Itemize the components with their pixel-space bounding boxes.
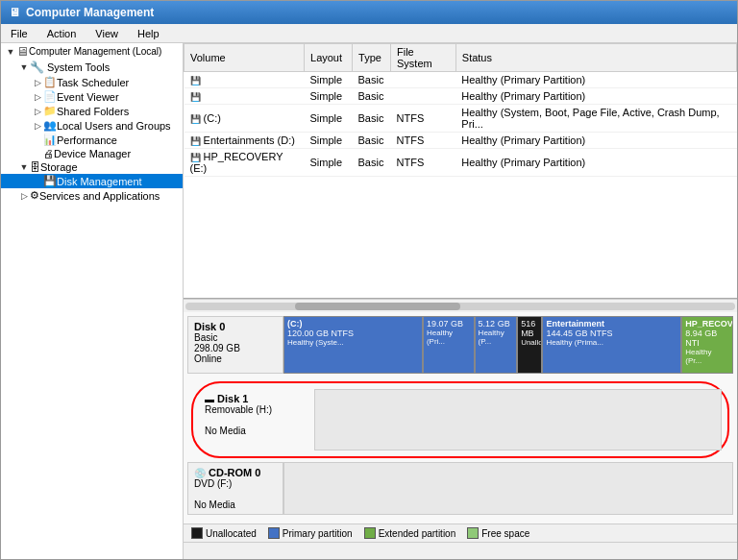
- legend-label-primary: Primary partition: [283, 528, 353, 539]
- expand-users: ▷: [32, 121, 43, 131]
- sidebar-item-event-viewer[interactable]: ▷ 📄 Event Viewer: [1, 89, 183, 104]
- sidebar-item-performance[interactable]: 📊 Performance: [1, 133, 183, 147]
- cell-status: Healthy (System, Boot, Page File, Active…: [455, 105, 736, 133]
- sidebar-root-label: Computer Management (Local): [29, 46, 161, 57]
- local-users-icon: 👥: [43, 119, 57, 132]
- cell-volume: 💾 HP_RECOVERY (E:): [184, 149, 305, 177]
- cell-layout: Simple: [305, 133, 353, 149]
- system-tools-icon: 🔧: [30, 61, 44, 74]
- cell-fs: NTFS: [391, 133, 456, 149]
- window-title: Computer Management: [26, 6, 154, 19]
- expand-task: ▷: [32, 78, 43, 87]
- col-filesystem[interactable]: File System: [391, 44, 456, 72]
- table-row[interactable]: 💾 Entertainments (D:) Simple Basic NTFS …: [184, 133, 737, 149]
- sidebar-label-storage: Storage: [40, 161, 78, 173]
- legend-primary: Primary partition: [268, 527, 353, 539]
- legend-bar: Unallocated Primary partition Extended p…: [184, 523, 737, 542]
- cdrom0-name: 💿 CD-ROM 0: [194, 467, 277, 478]
- disk-table-area[interactable]: Volume Layout Type File System: [184, 43, 737, 299]
- disk0-status: Online: [194, 353, 277, 364]
- menu-view[interactable]: View: [89, 27, 124, 40]
- disk-partition[interactable]: (C:) 120.00 GB NTFS Healthy (Syste...: [283, 316, 423, 374]
- menu-action[interactable]: Action: [41, 27, 83, 40]
- cell-status: Healthy (Primary Partition): [455, 149, 736, 177]
- cell-type: Basic: [353, 88, 391, 105]
- disk-partition[interactable]: 19.07 GB Healthy (Pri...: [423, 316, 475, 374]
- cell-type: Basic: [353, 105, 391, 133]
- cell-layout: Simple: [305, 149, 353, 177]
- sidebar-item-system-tools[interactable]: ▼ 🔧 System Tools: [1, 60, 183, 75]
- horizontal-scrollbar[interactable]: [184, 299, 737, 312]
- menu-bar: File Action View Help: [1, 24, 737, 43]
- sidebar-label-services: Services and Applications: [39, 190, 160, 202]
- disk1-status: No Media: [205, 426, 308, 436]
- expand-shared: ▷: [32, 107, 43, 116]
- cell-volume: 💾: [184, 72, 305, 88]
- menu-file[interactable]: File: [5, 27, 34, 40]
- cell-fs: [391, 72, 456, 88]
- legend-label-unallocated: Unallocated: [206, 528, 257, 539]
- expand-services: ▷: [18, 191, 30, 201]
- sidebar-item-device-manager[interactable]: 🖨 Device Manager: [1, 147, 183, 160]
- disk0-name: Disk 0: [194, 321, 277, 332]
- table-row[interactable]: 💾 (C:) Simple Basic NTFS Healthy (System…: [184, 105, 737, 133]
- col-volume[interactable]: Volume: [184, 44, 305, 72]
- expand-event: ▷: [32, 92, 43, 102]
- col-type[interactable]: Type: [353, 44, 391, 72]
- cell-status: Healthy (Primary Partition): [455, 72, 736, 88]
- sidebar-item-disk-management[interactable]: 💾 Disk Management: [1, 174, 183, 188]
- disk-partition[interactable]: Entertainment 144.45 GB NTFS Healthy (Pr…: [542, 316, 681, 374]
- col-status[interactable]: Status: [455, 44, 736, 72]
- main-content: ▼ 🖥 Computer Management (Local) ▼ 🔧 Syst…: [1, 43, 737, 559]
- sidebar-item-task-scheduler[interactable]: ▷ 📋 Task Scheduler: [1, 75, 183, 89]
- title-bar: 🖥 Computer Management: [1, 1, 737, 24]
- scrollbar-thumb[interactable]: [295, 303, 460, 310]
- event-viewer-icon: 📄: [43, 90, 57, 103]
- cell-type: Basic: [353, 133, 391, 149]
- sidebar-item-services[interactable]: ▷ ⚙ Services and Applications: [1, 188, 183, 203]
- sidebar-item-shared-folders[interactable]: ▷ 📁 Shared Folders: [1, 104, 183, 118]
- disk0-label: Disk 0 Basic 298.09 GB Online: [187, 316, 283, 374]
- disk-partition[interactable]: 5.12 GB Healthy (P...: [475, 316, 518, 374]
- sidebar-item-root[interactable]: ▼ 🖥 Computer Management (Local): [1, 43, 183, 60]
- cdrom0-type: DVD (F:): [194, 478, 277, 489]
- cell-layout: Simple: [305, 72, 353, 88]
- menu-help[interactable]: Help: [132, 27, 165, 40]
- cell-layout: Simple: [305, 105, 353, 133]
- table-row[interactable]: 💾 HP_RECOVERY (E:) Simple Basic NTFS Hea…: [184, 149, 737, 177]
- legend-box-extended: [364, 527, 376, 539]
- legend-extended: Extended partition: [364, 527, 456, 539]
- sidebar-label-shared-folders: Shared Folders: [57, 106, 129, 117]
- collapse-icon: ▼: [5, 47, 16, 57]
- cell-type: Basic: [353, 149, 391, 177]
- task-scheduler-icon: 📋: [43, 76, 57, 88]
- sidebar-item-storage[interactable]: ▼ 🗄 Storage: [1, 160, 183, 174]
- disk1-wrapper: ▬ Disk 1 Removable (H:) No Media: [187, 377, 733, 462]
- cdrom0-partitions: [283, 462, 733, 515]
- right-panel: Volume Layout Type File System: [184, 43, 737, 559]
- disk1-partitions: [314, 389, 722, 450]
- sidebar-label-device-manager: Device Manager: [54, 148, 131, 159]
- sidebar-label-event-viewer: Event Viewer: [57, 91, 119, 103]
- sidebar-label-disk-management: Disk Management: [57, 176, 142, 187]
- cell-fs: NTFS: [391, 105, 456, 133]
- storage-icon: 🗄: [30, 161, 40, 173]
- performance-icon: 📊: [43, 134, 57, 146]
- disk-partition[interactable]: 516 MB Unallo...: [517, 316, 542, 374]
- cell-layout: Simple: [305, 88, 353, 105]
- disk-management-icon: 💾: [43, 175, 57, 187]
- sidebar: ▼ 🖥 Computer Management (Local) ▼ 🔧 Syst…: [1, 43, 184, 559]
- table-row[interactable]: 💾 Simple Basic Healthy (Primary Partitio…: [184, 88, 737, 105]
- sidebar-item-local-users[interactable]: ▷ 👥 Local Users and Groups: [1, 118, 183, 133]
- legend-label-free: Free space: [481, 528, 529, 539]
- cdrom0-status: No Media: [194, 499, 277, 510]
- disk1-name: ▬ Disk 1: [205, 393, 308, 404]
- disk-partition[interactable]: HP_RECOV 8.94 GB NTI Healthy (Pr...: [681, 316, 733, 374]
- col-layout[interactable]: Layout: [305, 44, 353, 72]
- disk-visual-area[interactable]: Disk 0 Basic 298.09 GB Online (C:) 120.0…: [184, 312, 737, 523]
- main-window: 🖥 Computer Management File Action View H…: [0, 0, 738, 560]
- cell-fs: NTFS: [391, 149, 456, 177]
- sidebar-label-system-tools: System Tools: [47, 61, 110, 73]
- shared-folders-icon: 📁: [43, 105, 57, 117]
- table-row[interactable]: 💾 Simple Basic Healthy (Primary Partitio…: [184, 72, 737, 88]
